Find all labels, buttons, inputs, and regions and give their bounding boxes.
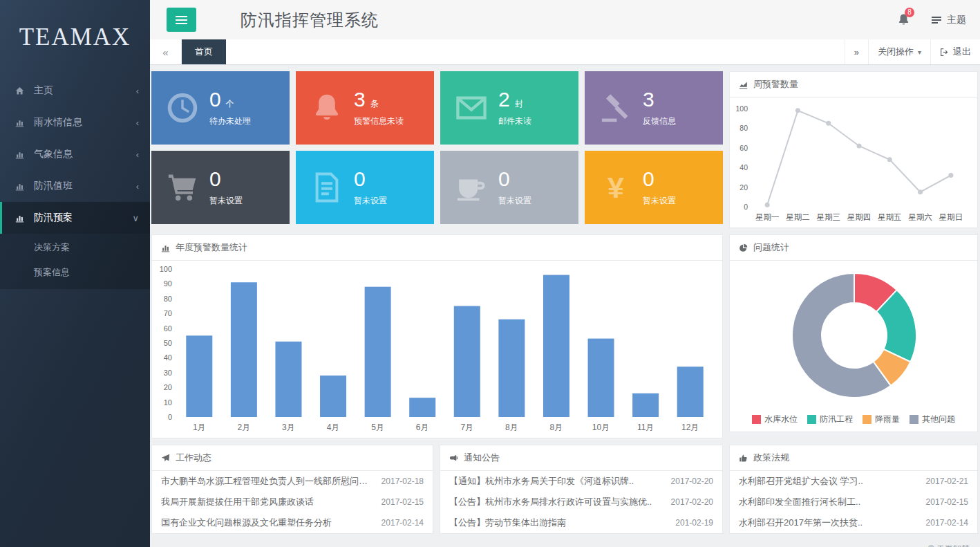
bar (543, 275, 569, 417)
sidebar-item-weather-info[interactable]: 气象信息‹ (0, 138, 150, 170)
data-point (887, 157, 892, 162)
svg-text:70: 70 (164, 309, 172, 317)
bar (632, 393, 659, 417)
chevron-left-icon: ‹ (136, 118, 139, 128)
panel-header: 问题统计 (730, 235, 977, 261)
bar (231, 282, 257, 417)
svg-text:星期二: 星期二 (786, 213, 810, 221)
menu-toggle-button[interactable] (167, 8, 196, 32)
stat-tile-3[interactable]: 3反馈信息 (585, 71, 723, 145)
gavel-icon (596, 92, 636, 124)
stat-tile-0[interactable]: 0个待办未处理 (151, 71, 290, 145)
panel-work-news: 工作动态 市大鹏半岛水源工程管理处负责人到一线部所慰问新春2017-02-18我… (151, 445, 433, 534)
panel-title: 通知公告 (464, 452, 500, 464)
news-date: 2017-02-21 (926, 476, 968, 486)
sidebar-item-flood-duty[interactable]: 防汛值班‹ (0, 170, 150, 202)
svg-text:星期一: 星期一 (755, 213, 780, 221)
bar-chart-icon (15, 214, 26, 223)
stat-tile-5[interactable]: 0暂未设置 (296, 151, 434, 224)
news-item[interactable]: 水利部印发全面推行河长制工..2017-02-15 (730, 492, 977, 512)
sidebar-item-rain-info[interactable]: 雨水情信息‹ (0, 106, 150, 138)
stat-tile-6[interactable]: 0暂未设置 (440, 151, 578, 224)
svg-text:11月: 11月 (637, 423, 654, 432)
news-title: 【公告】劳动节集体出游指南 (449, 517, 566, 529)
panel-policy: 政策法规 水利部召开党组扩大会议 学习..2017-02-21水利部印发全面推行… (729, 445, 978, 534)
data-point (948, 173, 953, 178)
news-item[interactable]: 我局开展新提拔任用干部党风廉政谈话2017-02-15 (152, 492, 433, 512)
bar-chart-icon (15, 150, 26, 159)
pie-chart-icon (739, 243, 748, 252)
bar (186, 335, 212, 417)
bar (677, 367, 704, 417)
bar (409, 398, 435, 417)
stat-tile-2[interactable]: 2封邮件未读 (440, 71, 578, 145)
tile-value: 0 (643, 168, 676, 190)
bar (498, 319, 525, 417)
news-title: 水利部召开2017年第一次扶贫.. (739, 517, 863, 529)
notifications-button[interactable]: 8 (897, 13, 910, 26)
news-title: 【通知】杭州市水务局关于印发《河道标识牌.. (449, 475, 634, 488)
stat-tile-1[interactable]: 3条预警信息未读 (296, 71, 434, 145)
sidebar-item-label: 主页 (34, 84, 53, 97)
tile-value: 0 (354, 168, 387, 190)
tile-label: 暂未设置 (643, 195, 676, 207)
svg-text:0: 0 (744, 203, 748, 211)
news-date: 2017-02-14 (926, 518, 968, 528)
tile-label: 预警信息未读 (354, 115, 404, 127)
tabs-scroll-left-button[interactable]: « (150, 39, 182, 64)
donut-legend: 水库水位防汛工程降雨量其他问题 (731, 411, 976, 432)
topbar-actions: 8 主题 (897, 13, 966, 26)
chevron-down-icon: ∨ (132, 213, 139, 223)
news-title: 我局开展新提拔任用干部党风廉政谈话 (161, 496, 314, 508)
news-title: 国有企业文化问题根源及文化重塑任务分析 (161, 517, 332, 529)
line-chart-icon (739, 80, 748, 89)
legend-swatch (807, 415, 816, 424)
legend-swatch (863, 415, 871, 424)
sidebar-item-label: 防汛预案 (34, 212, 73, 224)
clock-icon (162, 92, 202, 124)
week-line-chart: 020406080100星期一星期二星期三星期四星期五星期六星期日 (731, 99, 976, 225)
svg-text:6月: 6月 (416, 423, 429, 432)
theme-button[interactable]: 主题 (931, 14, 966, 26)
legend-item: 降雨量 (863, 414, 900, 425)
work-news-list: 市大鹏半岛水源工程管理处负责人到一线部所慰问新春2017-02-18我局开展新提… (152, 471, 433, 533)
close-operations-button[interactable]: 关闭操作 ▾ (868, 39, 930, 64)
bar (320, 376, 346, 417)
stat-tile-4[interactable]: 0暂未设置 (151, 151, 290, 224)
sidebar-subitem-plan-info[interactable]: 预案信息 (0, 260, 150, 285)
news-item[interactable]: 【通知】杭州市水务局关于印发《河道标识牌..2017-02-20 (440, 471, 722, 492)
panel-notice: 通知公告 【通知】杭州市水务局关于印发《河道标识牌..2017-02-20【公告… (440, 445, 723, 534)
tabs-scroll-right-button[interactable]: » (845, 39, 868, 64)
stat-tile-7[interactable]: ¥0暂未设置 (585, 151, 723, 224)
theme-icon (931, 15, 942, 26)
data-point (765, 203, 770, 207)
news-date: 2017-02-15 (381, 497, 424, 507)
panel-issues-chart: 问题统计 水库水位防汛工程降雨量其他问题 (729, 234, 978, 432)
sidebar-item-home[interactable]: 主页‹ (0, 75, 150, 106)
tile-value: 2封 (498, 89, 531, 111)
tile-label: 反馈信息 (643, 115, 676, 127)
tab-home[interactable]: 首页 (182, 39, 226, 64)
data-point (826, 121, 831, 126)
svg-text:星期六: 星期六 (908, 213, 932, 221)
news-item[interactable]: 水利部召开党组扩大会议 学习..2017-02-21 (730, 471, 977, 492)
logout-button[interactable]: 退出 (930, 39, 980, 64)
svg-text:80: 80 (739, 124, 748, 132)
legend-label: 水库水位 (764, 414, 798, 425)
sidebar-item-flood-plan[interactable]: 防汛预案∨ (0, 202, 150, 234)
news-item[interactable]: 市大鹏半岛水源工程管理处负责人到一线部所慰问新春2017-02-18 (152, 471, 433, 492)
cart-icon (162, 171, 202, 203)
news-item[interactable]: 国有企业文化问题根源及文化重塑任务分析2017-02-14 (152, 512, 433, 533)
svg-text:5月: 5月 (371, 423, 384, 432)
stat-tiles: 0个待办未处理3条预警信息未读2封邮件未读3反馈信息0暂未设置0暂未设置0暂未设… (151, 71, 723, 224)
news-date: 2017-02-20 (671, 476, 713, 486)
svg-text:12月: 12月 (681, 423, 699, 432)
news-item[interactable]: 【公告】劳动节集体出游指南201-02-19 (440, 512, 722, 533)
sidebar-subitem-decision-plan[interactable]: 决策方案 (0, 235, 150, 260)
sidebar-item-label: 雨水情信息 (34, 116, 82, 129)
app-root: TEAMAX 主页‹雨水情信息‹气象信息‹防汛值班‹防汛预案∨决策方案预案信息 … (0, 0, 980, 547)
paper-plane-icon (161, 454, 170, 463)
news-item[interactable]: 【公告】杭州市水务局排水行政许可设置与实施优..2017-02-20 (440, 492, 722, 512)
svg-text:星期五: 星期五 (878, 213, 902, 221)
news-item[interactable]: 水利部召开2017年第一次扶贫..2017-02-14 (730, 512, 977, 533)
